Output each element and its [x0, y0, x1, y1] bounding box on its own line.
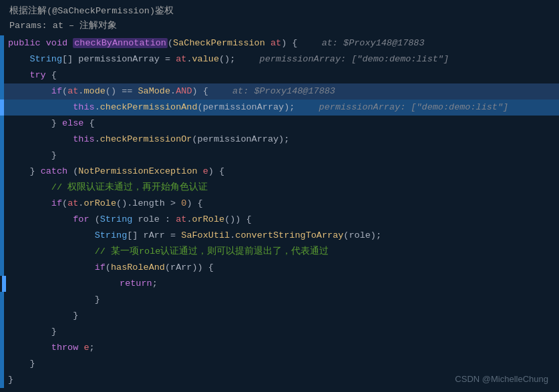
code-line-5: this.checkPermissionAnd(permissionArray)…	[0, 100, 559, 116]
code-line-1: public void checkByAnnotation(SaCheckPer…	[0, 35, 559, 51]
code-line-4: if(at.mode() == SaMode.AND) { at: $Proxy…	[0, 83, 559, 100]
line-content-9: } catch (NotPermissionException e) {	[4, 164, 559, 180]
line-content-11: if(at.orRole().length > 0) {	[4, 196, 559, 212]
line-content-14: // 某一项role认证通过，则可以提前退出了，代表通过	[4, 244, 559, 260]
line-content-2: String[] permissionArray = at.value(); p…	[4, 51, 559, 67]
code-line-18: }	[0, 308, 559, 324]
line-content-12: for (String role : at.orRole()) {	[4, 212, 559, 228]
line-content-6: } else {	[4, 116, 559, 132]
watermark: CSDN @MichelleChung	[455, 374, 548, 384]
code-line-8: }	[0, 148, 559, 164]
line-content-4: if(at.mode() == SaMode.AND) { at: $Proxy…	[4, 83, 559, 100]
code-line-14: // 某一项role认证通过，则可以提前退出了，代表通过	[0, 244, 559, 260]
code-line-20: throw e;	[0, 340, 559, 356]
line-content-20: throw e;	[4, 340, 559, 356]
line-content-10: // 权限认证未通过，再开始角色认证	[4, 180, 559, 196]
code-line-10: // 权限认证未通过，再开始角色认证	[0, 180, 559, 196]
line-content-17: }	[4, 292, 559, 308]
code-line-15: if(hasRoleAnd(rArr)) {	[0, 260, 559, 276]
code-line-13: String[] rArr = SaFoxUtil.convertStringT…	[0, 228, 559, 244]
line-content-7: this.checkPermissionOr(permissionArray);	[4, 132, 559, 148]
code-line-19: }	[0, 324, 559, 340]
line-content-13: String[] rArr = SaFoxUtil.convertStringT…	[4, 228, 559, 244]
line-content-3: try {	[4, 67, 559, 83]
line-content-19: }	[4, 324, 559, 340]
code-line-6: } else {	[0, 116, 559, 132]
code-line-2: String[] permissionArray = at.value(); p…	[0, 51, 559, 67]
line-content-15: if(hasRoleAnd(rArr)) {	[4, 260, 559, 276]
code-line-9: } catch (NotPermissionException e) {	[0, 164, 559, 180]
code-line-3: try {	[0, 67, 559, 83]
line-content-8: }	[4, 148, 559, 164]
code-editor: 根据注解(@SaCheckPermission)鉴权 Params: at – …	[0, 0, 559, 392]
code-line-21: }	[0, 356, 559, 372]
code-area: public void checkByAnnotation(SaCheckPer…	[0, 35, 559, 388]
comment-line-2: Params: at – 注解对象	[9, 19, 552, 33]
code-line-7: this.checkPermissionOr(permissionArray);	[0, 132, 559, 148]
comment-header: 根据注解(@SaCheckPermission)鉴权 Params: at – …	[0, 0, 559, 35]
line-content-16: return;	[6, 276, 559, 292]
code-line-12: for (String role : at.orRole()) {	[0, 212, 559, 228]
line-content-21: }	[4, 356, 559, 372]
code-line-11: if(at.orRole().length > 0) {	[0, 196, 559, 212]
line-content-18: }	[4, 308, 559, 324]
comment-line-1: 根据注解(@SaCheckPermission)鉴权	[9, 4, 552, 19]
line-content-5: this.checkPermissionAnd(permissionArray)…	[4, 100, 559, 116]
code-line-17: }	[0, 292, 559, 308]
code-line-16: return;	[0, 276, 559, 292]
line-content-1: public void checkByAnnotation(SaCheckPer…	[4, 35, 559, 51]
